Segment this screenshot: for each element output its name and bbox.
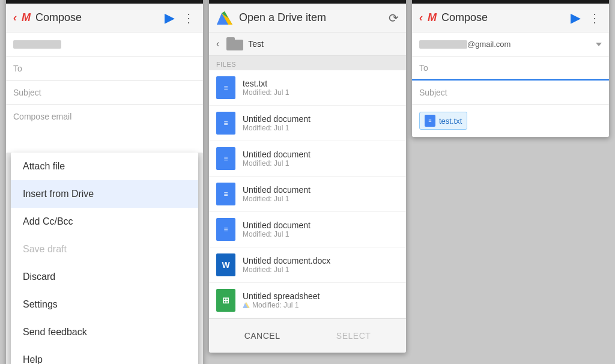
file-item-3[interactable]: ≡ Untitled document Modified: Jul 1 [209,177,406,212]
select-button[interactable]: Select [322,326,385,345]
drive-breadcrumb[interactable]: ‹ Test [209,32,406,56]
file-info-6: Untitled spreadsheet Modified: Jul 1 [243,291,399,309]
subject-field-3[interactable]: Subject [412,80,609,105]
more-menu-button-3[interactable]: ⋮ [587,11,602,25]
to-field-1[interactable]: To [6,56,203,80]
status-icons-left-3: ✳ ☰ ✦ ▼ ▲ ⊡ [416,0,454,1]
file-item-6[interactable]: ⊞ Untitled spreadsheet Modified: Jul 1 [209,283,406,318]
phone1: ✳ ☰ ✦ ▼ ▲ ⊡ 0:43↑↓ 0:134↑ 11:20 ‹ M Comp… [5,0,204,364]
attachment-chip[interactable]: ≡ test.txt [419,112,467,130]
from-email-suffix-3: @gmail.com [467,40,510,49]
from-field-1 [6,32,203,56]
refresh-icon[interactable]: ⟳ [389,11,399,25]
status-icons-left-1: ✳ ☰ ✦ ▼ ▲ ⊡ [10,0,48,1]
gmail-logo-3: M [428,11,437,24]
drive-title: Open a Drive item [239,11,383,24]
folder-icon [226,37,243,50]
app-bar-1: ‹ M Compose ▶ ⋮ [6,4,203,32]
drive-file-list: ≡ test.txt Modified: Jul 1 ≡ Untitled do… [209,70,406,318]
subject-label-1: Subject [13,88,41,97]
compose-body-1[interactable]: Compose email [6,105,203,153]
from-email-blurred-1 [13,40,61,49]
subject-field-1[interactable]: Subject [6,80,203,105]
file-icon-0: ≡ [216,76,235,99]
status-time-2: 11:21 [386,0,402,1]
back-icon-1[interactable]: ‹ [13,11,17,24]
file-icon-3: ≡ [216,183,235,205]
expand-from-icon[interactable] [596,43,602,46]
file-name-4: Untitled document [243,220,399,230]
files-section-label: FILES [209,56,406,70]
file-info-0: test.txt Modified: Jul 1 [243,79,399,97]
from-email-blurred-3 [419,40,467,49]
dropdown-menu-1: Attach file Insert from Drive Add Cc/Bcc… [11,153,198,364]
file-modified-1: Modified: Jul 1 [243,124,399,132]
status-icons-left-2: ✳ ☰ ✦ ▼ ▲ ⊡ [213,0,251,1]
drive-badge-icon [243,302,250,309]
file-icon-6: ⊞ [216,289,235,312]
drive-back-icon[interactable]: ‹ [216,38,219,49]
file-modified-4: Modified: Jul 1 [243,230,399,238]
drive-actions-bar: Cancel Select [209,318,406,353]
menu-add-cc-bcc[interactable]: Add Cc/Bcc [11,208,198,235]
menu-send-feedback[interactable]: Send feedback [11,318,198,346]
bluetooth-icon-2: ✳ [213,0,217,1]
file-info-1: Untitled document Modified: Jul 1 [243,114,399,132]
cancel-button[interactable]: Cancel [230,326,295,345]
menu-discard[interactable]: Discard [11,263,198,291]
drive-logo-icon [216,11,233,25]
file-item-2[interactable]: ≡ Untitled document Modified: Jul 1 [209,141,406,177]
screenshot-container: ✳ ☰ ✦ ▼ ▲ ⊡ 0:43↑↓ 0:134↑ 11:20 ‹ M Comp… [5,0,610,364]
to-field-3[interactable]: To [412,56,609,80]
file-name-2: Untitled document [243,150,399,159]
file-name-1: Untitled document [243,114,399,124]
compose-title-1: Compose [35,11,157,24]
file-icon-4: ≡ [216,218,235,241]
drive-app-bar: Open a Drive item ⟳ [209,4,406,32]
phone2: ✳ ☰ ✦ ▼ ▲ ⊡ 0:43↑↓ 0:134↑ 11:21 Open a D… [208,0,407,353]
file-name-5: Untitled document.docx [243,256,399,265]
file-info-5: Untitled document.docx Modified: Jul 1 [243,256,399,274]
to-label-3: To [419,63,437,73]
file-modified-2: Modified: Jul 1 [243,159,399,168]
file-icon-5: W [216,253,235,276]
menu-settings[interactable]: Settings [11,291,198,318]
file-icon-1: ≡ [216,112,235,135]
bluetooth-icon: ✳ [10,0,14,1]
phone3: ✳ ☰ ✦ ▼ ▲ ⊡ 0:43↑↓ 0:134↑ 11:21 ‹ M Comp… [411,0,610,138]
menu-insert-drive[interactable]: Insert from Drive [11,180,198,208]
menu-help[interactable]: Help [11,346,198,364]
file-info-2: Untitled document Modified: Jul 1 [243,150,399,168]
compose-content-1: To Subject Compose email [6,32,203,153]
file-icon-2: ≡ [216,147,235,170]
file-info-3: Untitled document Modified: Jul 1 [243,185,399,203]
status-time-3: 11:21 [589,0,605,1]
menu-attach-file[interactable]: Attach file [11,153,198,180]
menu-save-draft: Save draft [11,235,198,263]
bluetooth-icon-3: ✳ [416,0,420,1]
attachment-area: ≡ test.txt [412,105,609,137]
file-modified-5: Modified: Jul 1 [243,265,399,274]
send-button-3[interactable]: ▶ [568,11,583,25]
gmail-logo-1: M [22,11,31,24]
file-info-4: Untitled document Modified: Jul 1 [243,220,399,238]
attachment-file-icon: ≡ [425,115,435,127]
file-item-4[interactable]: ≡ Untitled document Modified: Jul 1 [209,212,406,247]
compose-content-3: @gmail.com To Subject ≡ test.txt [412,32,609,137]
to-label-1: To [13,64,31,73]
back-icon-3[interactable]: ‹ [419,11,423,24]
file-name-6: Untitled spreadsheet [243,291,399,301]
send-button-1[interactable]: ▶ [162,11,177,25]
subject-label-3: Subject [419,88,447,97]
drive-path-text: Test [248,39,264,49]
status-time-1: 11:20 [183,0,199,1]
attachment-filename: test.txt [439,117,462,126]
file-name-0: test.txt [243,79,399,88]
more-menu-button-1[interactable]: ⋮ [181,11,196,25]
file-item-5[interactable]: W Untitled document.docx Modified: Jul 1 [209,247,406,283]
from-field-3: @gmail.com [412,32,609,56]
file-modified-6: Modified: Jul 1 [243,301,399,309]
file-item-0[interactable]: ≡ test.txt Modified: Jul 1 [209,70,406,106]
file-item-1[interactable]: ≡ Untitled document Modified: Jul 1 [209,106,406,141]
app-bar-3: ‹ M Compose ▶ ⋮ [412,4,609,32]
